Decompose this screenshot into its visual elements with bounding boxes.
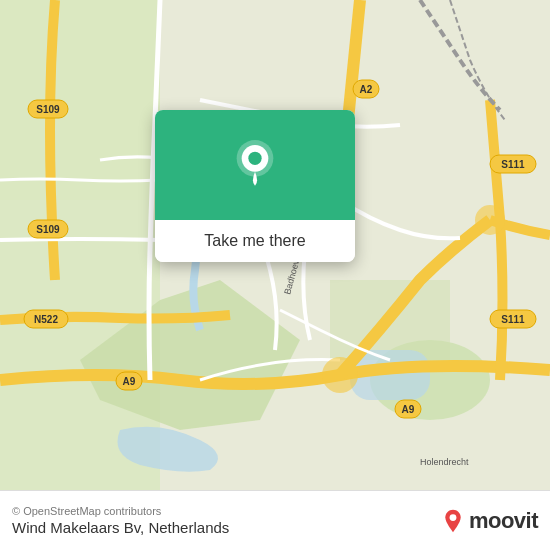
svg-text:S109: S109 (36, 224, 60, 235)
popup-green-header (155, 110, 355, 220)
svg-text:A2: A2 (360, 84, 373, 95)
svg-text:Holendrecht: Holendrecht (420, 457, 469, 467)
svg-text:S111: S111 (501, 159, 525, 170)
location-name: Wind Makelaars Bv, Netherlands (12, 519, 229, 536)
moovit-label: moovit (469, 508, 538, 534)
moovit-logo: moovit (441, 508, 538, 534)
svg-rect-1 (0, 0, 160, 200)
svg-text:A9: A9 (123, 376, 136, 387)
moovit-pin-icon (441, 509, 465, 533)
take-me-there-button[interactable]: Take me there (155, 220, 355, 262)
svg-point-29 (248, 152, 261, 165)
copyright-text: © OpenStreetMap contributors (12, 505, 229, 517)
svg-text:N522: N522 (34, 314, 58, 325)
footer: © OpenStreetMap contributors Wind Makela… (0, 490, 550, 550)
svg-text:S109: S109 (36, 104, 60, 115)
svg-point-30 (449, 514, 456, 521)
footer-left: © OpenStreetMap contributors Wind Makela… (12, 505, 229, 536)
svg-text:S111: S111 (501, 314, 525, 325)
svg-point-26 (475, 205, 505, 235)
location-pin-icon (230, 140, 280, 190)
svg-point-25 (322, 357, 358, 393)
map-container: S109 S109 A2 S111 S111 N522 A9 A9 Badhoe… (0, 0, 550, 490)
location-popup: Take me there (155, 110, 355, 262)
svg-text:A9: A9 (402, 404, 415, 415)
